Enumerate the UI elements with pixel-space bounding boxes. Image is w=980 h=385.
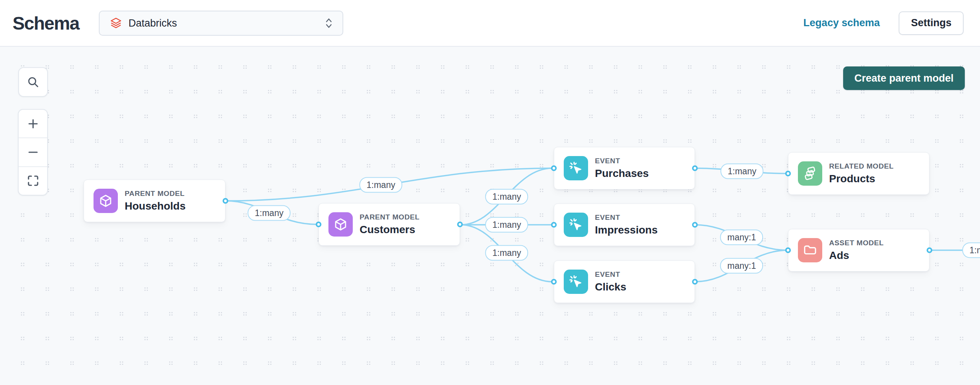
node-type-label: EVENT	[595, 213, 658, 222]
source-selector-value: Databricks	[129, 17, 324, 29]
edge-cardinality-label[interactable]: 1:many	[485, 189, 528, 204]
node-title: Ads	[829, 249, 884, 261]
model-node-customers[interactable]: PARENT MODELCustomers	[318, 203, 460, 246]
node-title: Purchases	[595, 168, 649, 180]
edge-cardinality-label[interactable]: many:1	[720, 258, 763, 274]
connection-handle-right[interactable]	[692, 166, 698, 171]
node-type-label: RELATED MODEL	[829, 162, 894, 171]
node-type-label: PARENT MODEL	[125, 190, 186, 198]
edge-cardinality-label[interactable]: 1:many	[485, 217, 528, 233]
model-node-impressions[interactable]: EVENTImpressions	[554, 203, 695, 246]
create-parent-model-button[interactable]: Create parent model	[843, 67, 965, 90]
connection-handle-right[interactable]	[692, 222, 698, 228]
fit-view-button[interactable]	[19, 166, 47, 195]
click-icon	[564, 212, 588, 237]
node-type-label: EVENT	[595, 270, 627, 279]
edge-cardinality-label[interactable]: many:1	[720, 230, 763, 245]
folder-icon	[798, 238, 822, 262]
edge-cardinality-label[interactable]: 1:many	[359, 177, 402, 193]
zoom-controls	[18, 109, 48, 195]
connection-handle-right[interactable]	[692, 279, 698, 285]
layers-icon	[798, 162, 822, 186]
settings-button[interactable]: Settings	[899, 11, 964, 35]
header-actions: Legacy schema Settings	[803, 0, 964, 46]
node-title: Impressions	[595, 224, 658, 236]
fit-view-icon	[26, 174, 40, 188]
cube-icon	[94, 189, 118, 213]
app-header: Schema Databricks Legacy schema Settings	[0, 0, 980, 47]
connection-handle-left[interactable]	[551, 279, 557, 285]
edge-cardinality-label[interactable]: 1:many	[721, 164, 763, 179]
source-selector-dropdown[interactable]: Databricks	[99, 11, 343, 36]
click-icon	[564, 269, 588, 294]
connection-handle-right[interactable]	[457, 222, 463, 227]
app-logo: Schema	[13, 13, 79, 33]
model-node-households[interactable]: PARENT MODELHouseholds	[84, 180, 226, 222]
schema-canvas[interactable]: Create parent model 1:many1:many1:ma	[0, 47, 980, 385]
connection-handle-right[interactable]	[927, 247, 932, 253]
edge-cardinality-label[interactable]: 1:many	[247, 205, 290, 221]
model-node-purchases[interactable]: EVENTPurchases	[554, 147, 695, 190]
zoom-out-button[interactable]	[19, 138, 47, 166]
node-type-label: PARENT MODEL	[360, 213, 420, 221]
node-title: Households	[125, 200, 186, 212]
node-title: Products	[829, 173, 894, 185]
connection-handle-left[interactable]	[785, 247, 791, 253]
edge-cardinality-label[interactable]: 1:many	[485, 245, 528, 261]
connection-handle-left[interactable]	[316, 222, 321, 227]
chevron-updown-icon	[324, 17, 333, 30]
databricks-logo-icon	[110, 17, 123, 30]
zoom-in-button[interactable]	[19, 110, 47, 138]
connection-handle-left[interactable]	[785, 171, 791, 177]
connection-handle-right[interactable]	[223, 198, 229, 204]
model-node-ads[interactable]: ASSET MODELAds	[788, 229, 929, 271]
node-title: Clicks	[595, 281, 627, 293]
connection-handle-left[interactable]	[551, 166, 557, 171]
edge-cardinality-label[interactable]: 1:many	[962, 242, 980, 258]
search-icon	[26, 75, 40, 89]
model-node-products[interactable]: RELATED MODELProducts	[788, 152, 929, 195]
plus-icon	[26, 117, 40, 131]
node-title: Customers	[360, 223, 420, 236]
minus-icon	[26, 146, 40, 159]
connection-handle-left[interactable]	[551, 222, 557, 228]
click-icon	[564, 156, 588, 181]
legacy-schema-link[interactable]: Legacy schema	[803, 17, 880, 29]
node-type-label: ASSET MODEL	[829, 239, 884, 247]
node-type-label: EVENT	[595, 157, 649, 165]
model-node-clicks[interactable]: EVENTClicks	[554, 260, 695, 303]
cube-icon	[328, 212, 353, 236]
search-button[interactable]	[18, 67, 48, 97]
